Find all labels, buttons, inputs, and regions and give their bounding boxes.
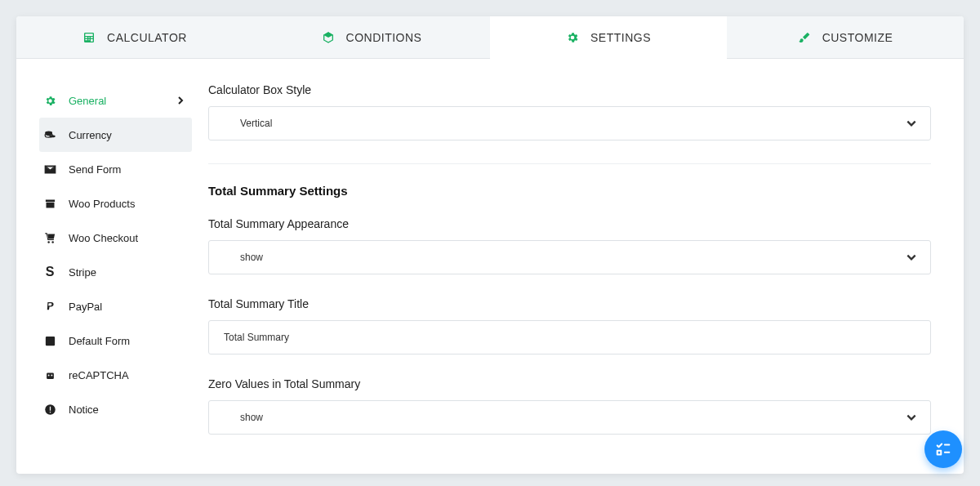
section-divider <box>208 163 931 164</box>
sidebar-item-default-form[interactable]: Default Form <box>39 323 192 358</box>
archive-icon <box>42 198 57 210</box>
gear-icon <box>566 31 579 44</box>
title-label: Total Summary Title <box>208 297 931 310</box>
appearance-label: Total Summary Appearance <box>208 217 931 230</box>
coins-icon <box>42 129 57 141</box>
sidebar-item-label: Send Form <box>69 163 121 176</box>
tab-customize[interactable]: CUSTOMIZE <box>727 16 964 58</box>
sidebar-item-label: PayPal <box>69 301 102 313</box>
svg-rect-9 <box>49 406 50 410</box>
sidebar-item-woo-products[interactable]: Woo Products <box>39 186 192 221</box>
sidebar-item-woo-checkout[interactable]: Woo Checkout <box>39 221 192 255</box>
main-tabs: CALCULATOR CONDITIONS SETTINGS CUSTOMIZE <box>16 16 964 59</box>
tab-calculator[interactable]: CALCULATOR <box>16 16 253 58</box>
sidebar-item-send-form[interactable]: Send Form <box>39 152 192 186</box>
cube-icon <box>322 31 335 44</box>
sidebar-item-currency[interactable]: Currency <box>39 118 192 152</box>
svg-point-4 <box>51 241 54 243</box>
box-style-select[interactable]: Vertical <box>208 106 931 140</box>
alert-icon <box>42 404 57 416</box>
zero-values-select[interactable]: show <box>208 400 931 435</box>
tab-label: CUSTOMIZE <box>822 31 893 44</box>
settings-sidebar: General Currency Send Form <box>16 59 192 474</box>
svg-point-2 <box>49 135 56 137</box>
select-value: Vertical <box>240 118 272 129</box>
section-title: Total Summary Settings <box>208 184 931 198</box>
envelope-icon <box>42 163 57 176</box>
sidebar-item-label: General <box>69 95 106 107</box>
sidebar-item-stripe[interactable]: S Stripe <box>39 255 192 289</box>
svg-point-3 <box>47 241 50 243</box>
settings-panel: Calculator Box Style Vertical Total Summ… <box>192 59 964 474</box>
gear-icon <box>42 95 57 107</box>
tab-label: SETTINGS <box>590 31 651 44</box>
sidebar-item-general[interactable]: General <box>39 83 192 118</box>
paypal-icon <box>42 301 57 313</box>
sidebar-item-label: reCAPTCHA <box>69 369 129 381</box>
chevron-down-icon <box>906 412 917 423</box>
help-fab[interactable] <box>924 430 962 468</box>
checklist-icon <box>934 440 952 458</box>
sidebar-item-recaptcha[interactable]: reCAPTCHA <box>39 358 192 392</box>
sidebar-item-label: Notice <box>69 404 99 416</box>
sidebar-item-paypal[interactable]: PayPal <box>39 289 192 323</box>
appearance-select[interactable]: show <box>208 240 931 274</box>
sidebar-item-label: Currency <box>69 129 112 141</box>
app-container: CALCULATOR CONDITIONS SETTINGS CUSTOMIZE <box>16 16 964 474</box>
tab-conditions[interactable]: CONDITIONS <box>253 16 490 58</box>
svg-point-7 <box>51 374 52 376</box>
sidebar-item-label: Stripe <box>69 266 96 279</box>
sidebar-item-label: Woo Checkout <box>69 232 138 244</box>
summary-title-input[interactable] <box>208 320 931 354</box>
svg-point-6 <box>47 374 49 376</box>
tab-label: CALCULATOR <box>107 31 187 44</box>
cart-icon <box>42 232 57 244</box>
chevron-down-icon <box>906 252 917 263</box>
svg-rect-12 <box>938 451 942 455</box>
select-value: show <box>240 412 263 423</box>
content-body: General Currency Send Form <box>16 59 964 474</box>
sidebar-item-label: Woo Products <box>69 198 135 210</box>
box-style-label: Calculator Box Style <box>208 83 931 96</box>
robot-icon <box>42 369 57 381</box>
chevron-down-icon <box>906 118 917 129</box>
svg-rect-10 <box>49 412 50 412</box>
sidebar-item-label: Default Form <box>69 335 130 347</box>
zero-label: Zero Values in Total Summary <box>208 377 931 390</box>
form-icon <box>42 335 57 347</box>
brush-icon <box>798 31 811 44</box>
svg-rect-5 <box>47 372 54 379</box>
tab-settings[interactable]: SETTINGS <box>490 16 727 59</box>
sidebar-item-notice[interactable]: Notice <box>39 392 192 426</box>
select-value: show <box>240 252 263 263</box>
stripe-icon: S <box>42 265 57 279</box>
chevron-right-icon <box>177 96 184 105</box>
calculator-icon <box>82 31 96 44</box>
tab-label: CONDITIONS <box>346 31 422 44</box>
